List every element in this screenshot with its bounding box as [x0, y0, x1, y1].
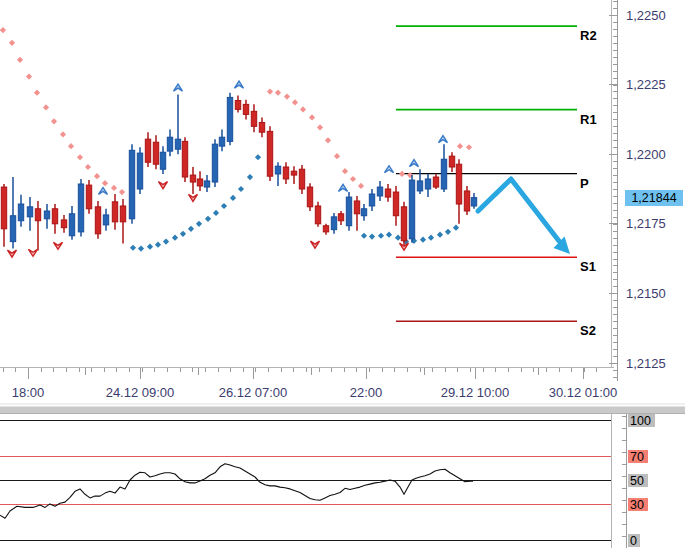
sar-dot-below [213, 210, 219, 216]
candlestick [129, 144, 134, 224]
sar-dot-above [51, 118, 57, 124]
candle-body [338, 214, 343, 221]
indicator-scale[interactable] [612, 413, 685, 548]
price-axis-label: 1,2250 [626, 8, 666, 23]
forecast-arrow-layer[interactable] [478, 179, 570, 254]
sar-dot-below [221, 203, 227, 209]
candlestick [18, 195, 23, 227]
candle-body [275, 166, 280, 174]
candlestick [275, 162, 280, 186]
candle-body [197, 179, 202, 186]
chart-canvas[interactable]: 1,22501,22251,22001,21751,21501,212518:0… [0, 0, 685, 548]
sar-dot-above [34, 90, 40, 96]
candle-body [267, 131, 272, 176]
fractal-down-arrow [54, 242, 63, 249]
candle-body [354, 201, 359, 214]
fractal-down-arrow [29, 249, 38, 256]
candlestick [259, 117, 264, 137]
sar-dot-below [205, 216, 211, 222]
candle-body [167, 137, 172, 151]
candlestick [291, 166, 296, 184]
pivot-label-r1: R1 [580, 112, 597, 127]
candlestick [235, 95, 240, 112]
sar-dot-below [180, 231, 186, 237]
candlestick [103, 209, 108, 231]
candle-body [315, 206, 320, 224]
sar-dot-above [325, 137, 331, 143]
candlestick [338, 211, 343, 225]
candlestick [393, 186, 398, 226]
candle-body [212, 144, 217, 182]
candlestick [449, 152, 454, 172]
candle-body [190, 175, 195, 182]
time-axis-label: 18:00 [12, 385, 45, 400]
candlestick [69, 206, 74, 240]
sar-dot-below [188, 226, 194, 232]
candle-body [346, 197, 351, 226]
sar-dot-above [119, 189, 125, 195]
trading-chart-window: 1,22501,22251,22001,21751,21501,212518:0… [0, 0, 685, 548]
sar-dot-above [85, 164, 91, 170]
candle-body [160, 152, 165, 169]
sar-dot-above [267, 88, 273, 94]
pivot-label-s1: S1 [580, 259, 596, 274]
sar-dot-above [300, 106, 306, 112]
candlestick [361, 204, 366, 221]
candle-body [251, 111, 256, 126]
forecast-arrow-line[interactable] [478, 179, 559, 241]
sar-dot-below [369, 234, 375, 240]
candle-body [393, 192, 398, 216]
sar-dot-above [17, 57, 23, 63]
rsi-level-label-30: 30 [630, 498, 644, 512]
candle-body [227, 97, 232, 141]
candle-body [10, 216, 15, 242]
candle-body [145, 139, 150, 162]
candle-body [307, 187, 312, 207]
current-price-badge: 1,21844 [625, 190, 683, 206]
candlestick [323, 224, 328, 235]
candlestick [153, 135, 158, 169]
sar-dot-above [399, 171, 405, 177]
sar-dot-above [292, 99, 298, 105]
candlestick [251, 104, 256, 132]
candlestick [44, 204, 49, 229]
candle-body [464, 191, 469, 211]
price-axis-label: 1,2175 [626, 216, 666, 231]
candle-body [385, 189, 390, 197]
sar-dot-below [420, 237, 426, 243]
candlestick [27, 197, 32, 231]
time-axis-label: 29.12 10:00 [441, 385, 510, 400]
sar-dot-below [155, 242, 161, 248]
candlestick [369, 189, 374, 211]
sar-dot-below [378, 233, 384, 239]
candle-body [219, 137, 224, 146]
candlestick [197, 171, 202, 191]
sar-dot-above [350, 176, 356, 182]
candlestick [346, 192, 351, 231]
sar-dot-below [196, 221, 202, 227]
candle-body [129, 150, 134, 218]
rsi-level-label-0: 0 [630, 534, 637, 548]
price-axis-label: 1,2200 [626, 147, 666, 162]
fractal-up-arrow [385, 166, 394, 173]
fractal-up-arrow [235, 81, 244, 88]
pivot-label-r2: R2 [580, 28, 597, 43]
rsi-axes: 1007050300 [0, 413, 685, 548]
candlestick [1, 184, 6, 247]
candle-body [137, 153, 142, 189]
candle-body [61, 220, 66, 228]
sar-dot-below [130, 245, 136, 251]
candle-body [243, 104, 248, 114]
candlestick [409, 175, 414, 243]
pivot-label-p: P [580, 176, 589, 191]
sar-dot-below [255, 154, 261, 160]
candlestick [10, 177, 15, 249]
candle-body [299, 169, 304, 189]
panel-splitter[interactable] [0, 406, 685, 414]
rsi-indicator-layer: 1007050300 [0, 413, 685, 548]
candle-body [323, 226, 328, 232]
candlestick [283, 162, 288, 184]
sar-dot-above [466, 144, 472, 150]
candle-body [401, 207, 406, 241]
fractal-up-arrow [439, 136, 448, 143]
